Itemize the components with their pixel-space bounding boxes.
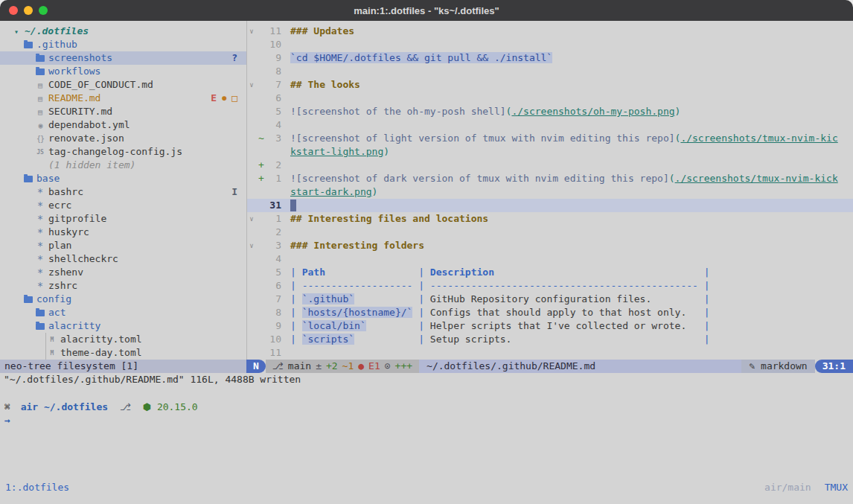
editor-line[interactable]: 9`cd $HOME/.dotfiles && git pull && ./in… — [247, 51, 853, 65]
tree-item-base[interactable]: base — [0, 172, 246, 185]
tree-icon-slot: M — [46, 332, 58, 347]
tree-item-label: gitprofile — [46, 212, 106, 226]
line-number: 5 — [266, 105, 286, 118]
tree-item-act[interactable]: act — [0, 306, 246, 319]
tree-item-code-of-conduct-md[interactable]: ▤CODE_OF_CONDUCT.md — [0, 78, 246, 92]
tree-item-gitprofile[interactable]: *gitprofile — [0, 212, 246, 226]
editor-line[interactable]: 11 — [247, 346, 853, 360]
tree-item-label: workflows — [46, 65, 100, 78]
editor-line[interactable]: 8| `hosts/{hostname}/` | Configs that sh… — [247, 306, 853, 319]
line-text: | `local/bin` | Helper scripts that I've… — [286, 319, 710, 333]
tree-item-label: ecrc — [46, 199, 71, 212]
fold-marker: ∨ — [247, 78, 256, 92]
tree-indent — [0, 226, 34, 239]
tmux-right: air/main TMUX — [764, 481, 848, 494]
tree-item-zshrc[interactable]: *zshrc — [0, 279, 246, 293]
tree-item-alacritty-toml[interactable]: Malacritty.toml — [0, 333, 246, 346]
line-number: 5 — [266, 266, 286, 279]
tree-item-workflows[interactable]: workflows — [0, 65, 246, 78]
line-text — [286, 118, 290, 132]
editor-line[interactable]: ∨7## The looks — [247, 78, 853, 92]
minimize-button[interactable] — [24, 6, 33, 15]
git-sign: + — [256, 159, 266, 172]
tree-item-1-hidden-item[interactable]: (1 hidden item) — [0, 159, 246, 172]
tree-icon-slot — [34, 319, 46, 333]
fold-marker — [247, 118, 256, 132]
tree-item-plan[interactable]: *plan — [0, 239, 246, 252]
tree-item-readme-md[interactable]: ▤README.mdE●□ — [0, 92, 246, 105]
fold-marker — [247, 51, 256, 65]
tmux-window-name[interactable]: 1:.dotfiles — [5, 481, 69, 494]
line-text: | ------------------- | ----------------… — [286, 279, 710, 293]
editor-line[interactable]: 8 — [247, 65, 853, 78]
tree-item-security-md[interactable]: ▤SECURITY.md — [0, 105, 246, 118]
git-sign — [256, 199, 266, 212]
tree-item-zshenv[interactable]: *zshenv — [0, 266, 246, 279]
editor-line[interactable]: 5| Path | Description | — [247, 266, 853, 279]
tree-icon-slot: ▤ — [34, 105, 46, 119]
shell-pane[interactable]: ⌘ air ~/.dotfiles ⎇ ⬢ 20.15.0 → — [0, 386, 853, 481]
tree-icon-slot: * — [34, 252, 46, 267]
fold-marker — [247, 199, 256, 212]
tree-item-screenshots[interactable]: screenshots? — [0, 51, 246, 65]
tree-item-config[interactable]: config — [0, 293, 246, 306]
tree-item-dotfiles[interactable]: ▾~/.dotfiles — [0, 25, 246, 38]
tree-item-tag-changelog-config-js[interactable]: JStag-changelog-config.js — [0, 145, 246, 159]
editor-line[interactable]: 31 — [247, 199, 853, 212]
tree-item-shellcheckrc[interactable]: *shellcheckrc — [0, 252, 246, 266]
line-number: 6 — [266, 92, 286, 105]
gear-icon: ◉ — [38, 121, 42, 130]
titlebar: main:1:.dotfiles - "ks~/.dotfiles" — [0, 0, 853, 21]
fold-marker — [247, 159, 256, 172]
tree-item-alacritty[interactable]: alacritty — [0, 319, 246, 333]
fold-marker — [247, 306, 256, 319]
tree-item-renovate-json[interactable]: {}renovate.json — [0, 132, 246, 145]
editor-line[interactable]: 5![screenshot of the oh-my-posh shell](.… — [247, 105, 853, 118]
editor-line[interactable]: +2 — [247, 159, 853, 172]
tree-item-label: tag-changelog-config.js — [46, 145, 182, 159]
tree-item-theme-day-toml[interactable]: Mtheme-day.toml — [0, 346, 246, 360]
line-text — [286, 92, 290, 105]
editor-line[interactable]: 6 — [247, 92, 853, 105]
editor-line[interactable]: 7| `.github` | GitHub Repository configu… — [247, 293, 853, 306]
tree-item-label: alacritty.toml — [58, 333, 142, 346]
editor-line[interactable]: 9| `local/bin` | Helper scripts that I'v… — [247, 319, 853, 333]
editor-line[interactable]: 10 — [247, 38, 853, 51]
fold-marker — [247, 346, 256, 360]
tree-icon-slot: {} — [34, 132, 46, 146]
tree-item-bashrc[interactable]: *bashrcI — [0, 185, 246, 199]
tree-indent — [0, 172, 22, 185]
zoom-button[interactable] — [39, 6, 48, 15]
tree-indent — [0, 199, 34, 212]
git-sign — [256, 38, 266, 51]
json-icon: {} — [36, 135, 44, 143]
close-button[interactable] — [9, 6, 18, 15]
tree-item-huskyrc[interactable]: *huskyrc — [0, 226, 246, 239]
editor-line[interactable]: 4 — [247, 118, 853, 132]
editor-line[interactable]: ∨11### Updates — [247, 25, 853, 38]
node-hexagon-icon: ⬢ — [143, 401, 151, 412]
diagnostic-errors: E1 — [368, 360, 380, 373]
tree-item-label: theme-day.toml — [58, 346, 142, 360]
editor-line[interactable]: kstart-light.png) — [247, 145, 853, 159]
tree-item-github[interactable]: .github — [0, 38, 246, 51]
tree-indent — [0, 159, 34, 172]
tree-indent — [0, 333, 46, 346]
tree-indent — [0, 346, 46, 360]
line-number: 1 — [266, 212, 286, 226]
tree-item-ecrc[interactable]: *ecrc — [0, 199, 246, 212]
editor-line[interactable]: ∨3### Interesting folders — [247, 239, 853, 252]
editor-line[interactable]: ∨1## Interesting files and locations — [247, 212, 853, 226]
tree-item-dependabot-yml[interactable]: ◉dependabot.yml — [0, 118, 246, 132]
cursor-block — [290, 200, 296, 211]
editor-line[interactable]: 4 — [247, 252, 853, 266]
editor-line[interactable]: start-dark.png) — [247, 185, 853, 199]
editor-line[interactable]: ~3![screenshot of light version of tmux … — [247, 132, 853, 145]
tree-item-label: SECURITY.md — [46, 105, 112, 118]
editor-line[interactable]: 10| `scripts` | Setup scripts. | — [247, 333, 853, 346]
editor-line[interactable]: 6| ------------------- | ---------------… — [247, 279, 853, 293]
editor-line[interactable]: +1![screenshot of dark version of tmux w… — [247, 172, 853, 185]
toml-icon: M — [51, 350, 54, 357]
editor-line[interactable]: 2 — [247, 226, 853, 239]
line-number: 31 — [266, 199, 286, 212]
